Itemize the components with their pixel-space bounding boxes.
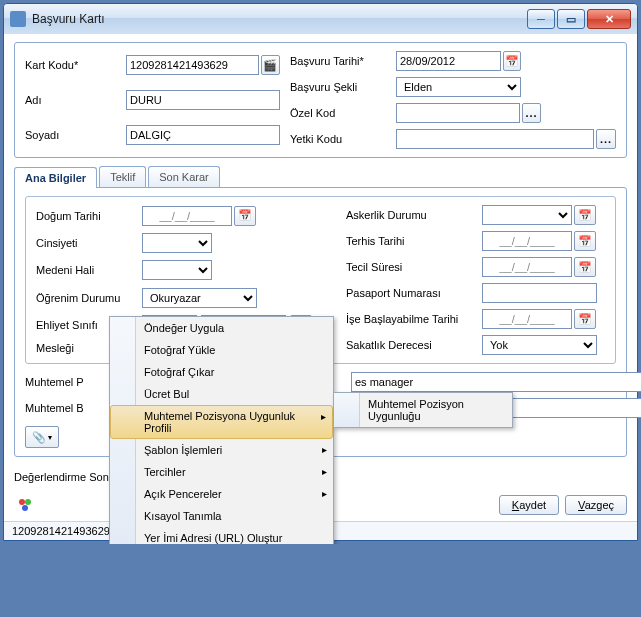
dice-icon: 🎬 [263, 59, 277, 72]
ellipsis-icon: ... [525, 107, 537, 119]
app-icon [10, 11, 26, 27]
ctx-fotograf-yukle[interactable]: Fotoğraf Yükle [110, 339, 333, 361]
soyadi-label: Soyadı [25, 129, 120, 141]
minimize-button[interactable]: ─ [527, 9, 555, 29]
ctx-fotograf-cikar[interactable]: Fotoğraf Çıkar [110, 361, 333, 383]
calendar-icon: 📅 [505, 55, 519, 68]
basvuru-tarihi-input[interactable] [396, 51, 501, 71]
ozel-kod-label: Özel Kod [290, 107, 390, 119]
color-icon[interactable] [14, 495, 36, 515]
kart-kodu-input[interactable] [126, 55, 259, 75]
basvuru-tarihi-label: Başvuru Tarihi [290, 55, 390, 67]
window-title: Başvuru Kartı [32, 12, 527, 26]
adi-input[interactable] [126, 90, 280, 110]
chevron-down-icon: ▾ [48, 433, 52, 442]
cancel-button[interactable]: Vazgeç [565, 495, 627, 515]
terhis-label: Terhis Tarihi [346, 235, 476, 247]
status-code: 1209281421493629 [4, 522, 119, 540]
svg-point-0 [19, 499, 25, 505]
basvuru-sekli-select[interactable]: Elden [396, 77, 521, 97]
maximize-button[interactable]: ▭ [557, 9, 585, 29]
medeni-hali-select[interactable] [142, 260, 212, 280]
ozel-kod-input[interactable] [396, 103, 520, 123]
ogrenim-durumu-label: Öğrenim Durumu [36, 292, 136, 304]
context-submenu[interactable]: Muhtemel Pozisyon Uygunluğu [333, 392, 513, 428]
yetki-kodu-lookup-button[interactable]: ... [596, 129, 616, 149]
askerlik-calendar-button[interactable]: 📅 [574, 205, 596, 225]
pasaport-label: Pasaport Numarası [346, 287, 476, 299]
terhis-calendar-button[interactable]: 📅 [574, 231, 596, 251]
ogrenim-durumu-select[interactable]: Okuryazar [142, 288, 257, 308]
calendar-icon: 📅 [578, 235, 592, 248]
calendar-icon: 📅 [578, 313, 592, 326]
titlebar[interactable]: Başvuru Kartı ─ ▭ ✕ [4, 4, 637, 34]
ctx-ucret-bul[interactable]: Ücret Bul [110, 383, 333, 405]
cinsiyeti-select[interactable] [142, 233, 212, 253]
ctx-tercihler[interactable]: Tercihler [110, 461, 333, 483]
submenu-muhtemel-pozisyon-uygunlugu[interactable]: Muhtemel Pozisyon Uygunluğu [334, 393, 512, 427]
dogum-tarihi-calendar-button[interactable]: 📅 [234, 206, 256, 226]
ise-basla-input[interactable] [482, 309, 572, 329]
yetki-kodu-input[interactable] [396, 129, 594, 149]
ctx-sablon-islemleri[interactable]: Şablon İşlemleri [110, 439, 333, 461]
askerlik-label: Askerlik Durumu [346, 209, 476, 221]
ozel-kod-lookup-button[interactable]: ... [522, 103, 541, 123]
ellipsis-icon: ... [600, 133, 612, 145]
sakatlik-select[interactable]: Yok [482, 335, 597, 355]
tab-ana-bilgiler[interactable]: Ana Bilgiler [14, 167, 97, 188]
kart-kodu-generate-button[interactable]: 🎬 [261, 55, 280, 75]
svg-point-1 [25, 499, 31, 505]
soyadi-input[interactable] [126, 125, 280, 145]
save-button[interactable]: Kaydet [499, 495, 559, 515]
tabs: Ana Bilgiler Teklif Son Karar [14, 166, 627, 187]
paperclip-icon: 📎 [32, 431, 46, 444]
cinsiyeti-label: Cinsiyeti [36, 237, 136, 249]
ise-basla-label: İşe Başlayabilme Tarihi [346, 313, 476, 325]
ctx-acik-pencereler[interactable]: Açık Pencereler [110, 483, 333, 505]
calendar-icon: 📅 [578, 261, 592, 274]
tecil-label: Tecil Süresi [346, 261, 476, 273]
basvuru-tarihi-calendar-button[interactable]: 📅 [503, 51, 522, 71]
tab-teklif[interactable]: Teklif [99, 166, 146, 187]
close-button[interactable]: ✕ [587, 9, 631, 29]
pasaport-input[interactable] [482, 283, 597, 303]
yetki-kodu-label: Yetki Kodu [290, 133, 390, 145]
svg-point-2 [22, 505, 28, 511]
calendar-icon: 📅 [578, 209, 592, 222]
basvuru-sekli-label: Başvuru Şekli [290, 81, 390, 93]
calendar-icon: 📅 [238, 209, 252, 222]
dogum-tarihi-label: Doğum Tarihi [36, 210, 136, 222]
dogum-tarihi-input[interactable] [142, 206, 232, 226]
sakatlik-label: Sakatlık Derecesi [346, 339, 476, 351]
adi-label: Adı [25, 94, 120, 106]
tecil-calendar-button[interactable]: 📅 [574, 257, 596, 277]
ctx-ondeger-uygula[interactable]: Öndeğer Uygula [110, 317, 333, 339]
medeni-hali-label: Medeni Hali [36, 264, 136, 276]
attachment-button[interactable]: 📎▾ [25, 426, 59, 448]
askerlik-select[interactable] [482, 205, 572, 225]
muhtemel-p-input[interactable] [351, 372, 641, 392]
ise-basla-calendar-button[interactable]: 📅 [574, 309, 596, 329]
ctx-muhtemel-pozisyon-profili[interactable]: Muhtemel Pozisyona Uygunluk Profili [110, 405, 333, 439]
ctx-kisayol-tanimla[interactable]: Kısayol Tanımla [110, 505, 333, 527]
tecil-input[interactable] [482, 257, 572, 277]
context-menu[interactable]: Öndeğer Uygula Fotoğraf Yükle Fotoğraf Ç… [109, 316, 334, 544]
header-panel: Kart Kodu 🎬 Adı Soyadı Başvuru Tarihi 📅 [14, 42, 627, 158]
kart-kodu-label: Kart Kodu [25, 59, 120, 71]
terhis-input[interactable] [482, 231, 572, 251]
tab-son-karar[interactable]: Son Karar [148, 166, 220, 187]
ctx-yer-imi-adresi[interactable]: Yer İmi Adresi (URL) Oluştur [110, 527, 333, 544]
